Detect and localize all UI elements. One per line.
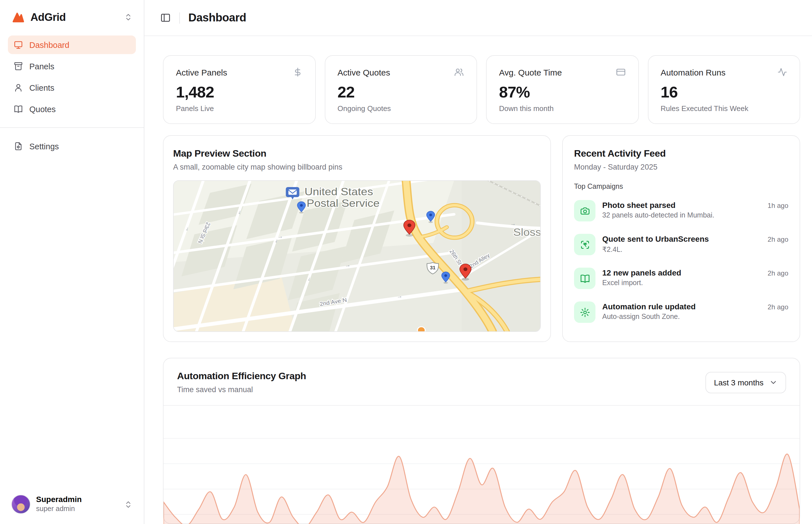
adgrid-logo-icon bbox=[11, 10, 26, 24]
efficiency-area-chart bbox=[163, 406, 800, 524]
feed-item-title: Automation rule updated bbox=[602, 302, 696, 311]
user-menu[interactable]: Superadmin super admin bbox=[8, 491, 136, 518]
sidebar-item-settings[interactable]: Settings bbox=[8, 137, 136, 155]
feed-item: Quote sent to UrbanScreens ₹2.4L. 2h ago bbox=[574, 228, 788, 261]
city-map[interactable]: → → → → → → → → 31 bbox=[174, 181, 540, 331]
activity-card-subtitle: Monday - Saturday 2025 bbox=[574, 163, 788, 171]
sidebar-item-label: Settings bbox=[29, 142, 59, 151]
cog-icon bbox=[579, 307, 590, 317]
feed-item-title: 12 new panels added bbox=[602, 268, 681, 277]
stat-card-active-quotes: Active Quotes 22 Ongoing Quotes bbox=[324, 55, 477, 124]
stat-subtext: Ongoing Quotes bbox=[337, 104, 464, 113]
activity-section-label: Top Campaigns bbox=[574, 183, 788, 191]
feed-item-title: Photo sheet parsed bbox=[602, 201, 714, 210]
sidebar-item-label: Quotes bbox=[29, 104, 56, 114]
sidebar-item-dashboard[interactable]: Dashboard bbox=[8, 35, 136, 54]
middle-row: Map Preview Section A small, zoomable ci… bbox=[163, 135, 800, 342]
rupee-scan-icon bbox=[579, 239, 590, 250]
chevron-down-icon bbox=[769, 378, 778, 387]
poi-label: Postal Service bbox=[306, 197, 380, 209]
stat-card-avg-quote-time: Avg. Quote Time 87% Down this month bbox=[486, 55, 639, 124]
workspace-switcher-button[interactable] bbox=[124, 13, 132, 21]
sidebar-spacer bbox=[8, 155, 136, 491]
sidebar-item-label: Dashboard bbox=[29, 40, 69, 49]
stat-subtext: Down this month bbox=[499, 104, 626, 113]
activity-icon bbox=[777, 67, 787, 77]
efficiency-graph-card: Automation Efficiency Graph Time saved v… bbox=[163, 358, 800, 524]
logo-row: AdGrid bbox=[8, 8, 136, 26]
feed-item-time: 2h ago bbox=[768, 234, 788, 243]
app-window: AdGrid Dashboard Panels Clients Quotes bbox=[0, 0, 812, 524]
sidebar: AdGrid Dashboard Panels Clients Quotes bbox=[0, 0, 144, 524]
sidebar-item-panels[interactable]: Panels bbox=[8, 57, 136, 76]
content: Active Panels 1,482 Panels Live Active Q… bbox=[144, 36, 812, 524]
topbar: Dashboard bbox=[144, 0, 812, 36]
panel-left-icon bbox=[160, 12, 171, 23]
feed-icon-wrap bbox=[574, 200, 595, 222]
stat-value: 1,482 bbox=[176, 83, 303, 101]
svg-text:31: 31 bbox=[430, 265, 435, 271]
book-open-icon bbox=[579, 273, 590, 284]
stat-label: Active Panels bbox=[176, 67, 227, 77]
map-card-title: Map Preview Section bbox=[173, 148, 541, 160]
chevrons-up-down-icon bbox=[124, 500, 132, 508]
sidebar-toggle-button[interactable] bbox=[160, 12, 171, 23]
feed-icon-wrap bbox=[574, 268, 595, 289]
clients-icon bbox=[14, 83, 23, 93]
stat-card-automation-runs: Automation Runs 16 Rules Executed This W… bbox=[648, 55, 800, 124]
feed-item-desc: Auto-assign South Zone. bbox=[602, 313, 696, 321]
district-label: Sloss bbox=[513, 226, 540, 238]
map-preview[interactable]: → → → → → → → → 31 bbox=[173, 180, 541, 332]
graph-title: Automation Efficiency Graph bbox=[177, 371, 306, 382]
map-preview-card: Map Preview Section A small, zoomable ci… bbox=[163, 135, 551, 342]
panels-icon bbox=[14, 61, 23, 71]
stat-value: 22 bbox=[337, 83, 464, 101]
feed-item: 12 new panels added Excel import. 2h ago bbox=[574, 261, 788, 295]
stat-label: Active Quotes bbox=[337, 67, 390, 77]
svg-text:→: → bbox=[510, 220, 516, 227]
camera-icon bbox=[579, 206, 590, 216]
quotes-icon bbox=[14, 104, 23, 114]
user-meta: Superadmin super admin bbox=[36, 495, 82, 513]
sidebar-secondary-nav: Settings bbox=[8, 137, 136, 155]
stat-subtext: Panels Live bbox=[176, 104, 303, 113]
feed-item: Automation rule updated Auto-assign Sout… bbox=[574, 295, 788, 329]
feed-item-time: 2h ago bbox=[768, 268, 788, 277]
date-range-value: Last 3 months bbox=[714, 378, 764, 387]
dashboard-icon bbox=[14, 40, 23, 50]
stat-card-active-panels: Active Panels 1,482 Panels Live bbox=[163, 55, 316, 124]
sidebar-item-label: Clients bbox=[29, 83, 54, 92]
graph-header: Automation Efficiency Graph Time saved v… bbox=[163, 358, 800, 406]
users-icon bbox=[454, 67, 464, 77]
sidebar-item-label: Panels bbox=[29, 62, 54, 71]
sidebar-item-clients[interactable]: Clients bbox=[8, 78, 136, 97]
map-card-subtitle: A small, zoomable city map showing billb… bbox=[173, 163, 541, 171]
topbar-divider bbox=[179, 12, 180, 23]
feed-item-time: 1h ago bbox=[768, 200, 788, 210]
svg-text:→: → bbox=[396, 293, 403, 299]
date-range-select[interactable]: Last 3 months bbox=[705, 372, 786, 393]
avatar bbox=[11, 495, 30, 514]
activity-card-title: Recent Activity Feed bbox=[574, 148, 788, 160]
stat-value: 16 bbox=[660, 83, 787, 101]
stat-label: Avg. Quote Time bbox=[499, 67, 562, 77]
svg-text:→: → bbox=[344, 262, 351, 268]
feed-item-desc: Excel import. bbox=[602, 279, 681, 287]
stats-row: Active Panels 1,482 Panels Live Active Q… bbox=[163, 55, 800, 124]
feed-item-time: 2h ago bbox=[768, 301, 788, 311]
poi-label: United States bbox=[304, 186, 373, 197]
graph-body bbox=[163, 406, 800, 523]
activity-feed: Photo sheet parsed 32 panels auto-detect… bbox=[574, 194, 788, 329]
user-menu-chevron bbox=[124, 500, 132, 508]
transit-marker[interactable] bbox=[417, 327, 426, 331]
sidebar-item-quotes[interactable]: Quotes bbox=[8, 100, 136, 118]
stat-subtext: Rules Executed This Week bbox=[660, 104, 787, 113]
main-area: Dashboard Active Panels 1,482 Panels Liv… bbox=[144, 0, 812, 524]
settings-icon bbox=[14, 142, 23, 151]
graph-titles: Automation Efficiency Graph Time saved v… bbox=[177, 371, 306, 394]
stat-value: 87% bbox=[499, 83, 626, 101]
user-name: Superadmin bbox=[36, 495, 82, 504]
feed-item: Photo sheet parsed 32 panels auto-detect… bbox=[574, 194, 788, 228]
svg-text:→: → bbox=[276, 233, 283, 240]
app-name: AdGrid bbox=[30, 11, 66, 23]
